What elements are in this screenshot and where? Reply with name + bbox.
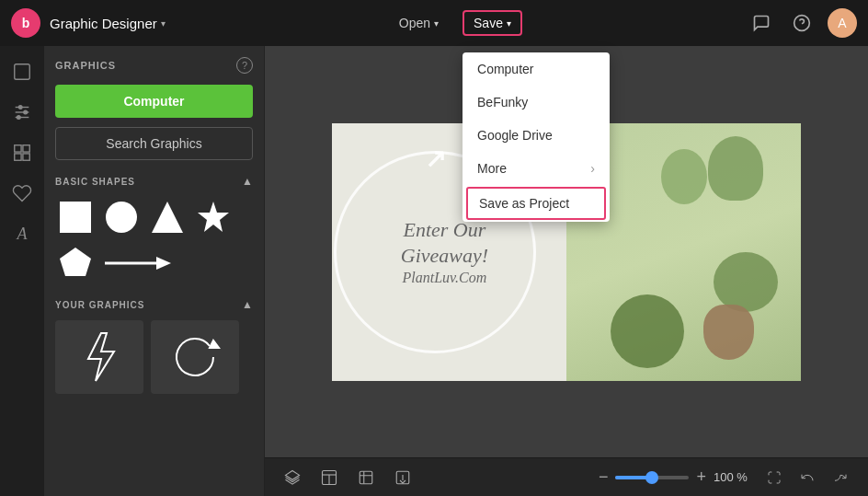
zoom-slider-track[interactable]	[615, 476, 689, 479]
user-initial: A	[838, 16, 846, 30]
save-googledrive-item[interactable]: Google Drive	[463, 119, 610, 152]
sidebar-grid-btn[interactable]	[4, 134, 40, 171]
save-computer-label: Computer	[477, 62, 533, 76]
save-arrow: ▾	[507, 18, 511, 29]
shapes-grid	[55, 197, 253, 283]
svg-marker-19	[210, 340, 219, 348]
save-googledrive-label: Google Drive	[477, 128, 553, 143]
zoom-controls: − + 100 %	[599, 465, 853, 490]
sidebar-layers-btn[interactable]	[4, 53, 40, 90]
zoom-out-btn[interactable]: −	[599, 467, 609, 487]
fit-screen-btn[interactable]	[761, 465, 787, 490]
save-as-project-item[interactable]: Save as Project	[466, 187, 606, 220]
save-dropdown-wrapper: Save ▾ Computer BeFunky Google Drive Mor…	[463, 10, 522, 36]
layers-btn[interactable]	[280, 465, 305, 490]
computer-btn-label: Computer	[123, 94, 184, 109]
canvas-line3: PlantLuv.Com	[403, 270, 487, 286]
svg-point-7	[17, 116, 21, 120]
zoom-label: 100 %	[714, 470, 754, 484]
shape-pentagon[interactable]	[55, 243, 96, 283]
panel-header: GRAPHICS ?	[55, 57, 253, 74]
svg-marker-14	[152, 202, 183, 233]
svg-marker-16	[60, 248, 91, 276]
sidebar-icons: A	[0, 46, 44, 496]
shape-triangle[interactable]	[147, 197, 188, 237]
svg-marker-18	[156, 257, 171, 270]
save-more-item[interactable]: More ›	[463, 152, 610, 185]
graphics-panel: GRAPHICS ? Computer Search Graphics BASI…	[44, 46, 265, 496]
svg-marker-15	[198, 202, 229, 232]
basic-shapes-toggle[interactable]: ▲	[242, 175, 253, 188]
chat-button[interactable]	[747, 8, 776, 38]
svg-rect-8	[15, 145, 21, 152]
save-more-arrow: ›	[590, 161, 595, 176]
svg-rect-12	[60, 202, 91, 233]
save-befunky-item[interactable]: BeFunky	[463, 86, 610, 119]
graphic-item-lightning[interactable]	[55, 320, 143, 394]
app-title-text: Graphic Designer	[50, 16, 157, 31]
svg-rect-11	[23, 154, 29, 160]
main-area: A GRAPHICS ? Computer Search Graphics BA…	[0, 46, 868, 496]
svg-point-5	[18, 106, 22, 110]
svg-point-13	[106, 202, 137, 233]
your-graphics-section-header: YOUR GRAPHICS ▲	[55, 298, 253, 311]
bottom-toolbar: − + 100 %	[265, 457, 868, 496]
open-label: Open	[399, 16, 430, 30]
svg-rect-24	[360, 471, 372, 484]
layout-btn[interactable]	[316, 465, 342, 490]
export-btn[interactable]	[390, 465, 416, 490]
redo-btn[interactable]	[828, 465, 853, 490]
open-arrow: ▾	[434, 18, 439, 29]
undo-btn[interactable]	[794, 465, 820, 490]
user-avatar[interactable]: A	[828, 8, 857, 38]
save-as-project-label: Save as Project	[479, 196, 569, 211]
zoom-in-btn[interactable]: +	[696, 467, 706, 487]
save-label: Save	[474, 16, 503, 30]
canvas-line2: Giveaway!	[401, 244, 488, 268]
your-graphics-grid	[55, 320, 253, 394]
header-center: Open ▾ Save ▾ Computer BeFunky Google Dr…	[166, 10, 747, 36]
save-befunky-label: BeFunky	[477, 95, 528, 110]
save-more-label: More	[477, 161, 507, 176]
svg-rect-9	[23, 145, 29, 152]
sidebar-text-btn[interactable]: A	[4, 215, 40, 252]
save-dropdown-menu: Computer BeFunky Google Drive More › Sav…	[463, 52, 610, 222]
app-title-area: Graphic Designer ▾	[50, 16, 166, 31]
shape-line[interactable]	[101, 243, 175, 283]
logo-text: b	[22, 16, 30, 30]
zoom-slider-thumb[interactable]	[645, 471, 658, 484]
sidebar-adjust-btn[interactable]	[4, 94, 40, 131]
search-graphics-btn[interactable]: Search Graphics	[55, 127, 253, 160]
graphic-item-circle-arrow[interactable]	[151, 320, 239, 394]
save-computer-item[interactable]: Computer	[463, 52, 610, 86]
help-button[interactable]	[787, 8, 817, 38]
save-button[interactable]: Save ▾	[463, 10, 522, 36]
panel-help-icon[interactable]: ?	[236, 57, 253, 74]
basic-shapes-title: BASIC SHAPES	[55, 177, 135, 187]
computer-upload-btn[interactable]: Computer	[55, 85, 253, 118]
your-graphics-title: YOUR GRAPHICS	[55, 300, 144, 310]
header-right: A	[747, 8, 857, 38]
sidebar-heart-btn[interactable]	[4, 175, 40, 212]
app-header: b Graphic Designer ▾ Open ▾ Save ▾ Compu…	[0, 0, 868, 46]
resize-btn[interactable]	[353, 465, 379, 490]
open-button[interactable]: Open ▾	[390, 12, 448, 34]
basic-shapes-section-header: BASIC SHAPES ▲	[55, 175, 253, 188]
shape-circle[interactable]	[101, 197, 142, 237]
search-graphics-label: Search Graphics	[106, 136, 201, 151]
shape-star[interactable]	[193, 197, 234, 237]
panel-title: GRAPHICS	[55, 60, 116, 71]
svg-rect-1	[15, 64, 30, 80]
logo: b	[11, 8, 40, 38]
svg-point-6	[24, 110, 28, 114]
your-graphics-toggle[interactable]: ▲	[242, 298, 253, 311]
shape-square[interactable]	[55, 197, 96, 237]
svg-rect-10	[15, 154, 21, 160]
